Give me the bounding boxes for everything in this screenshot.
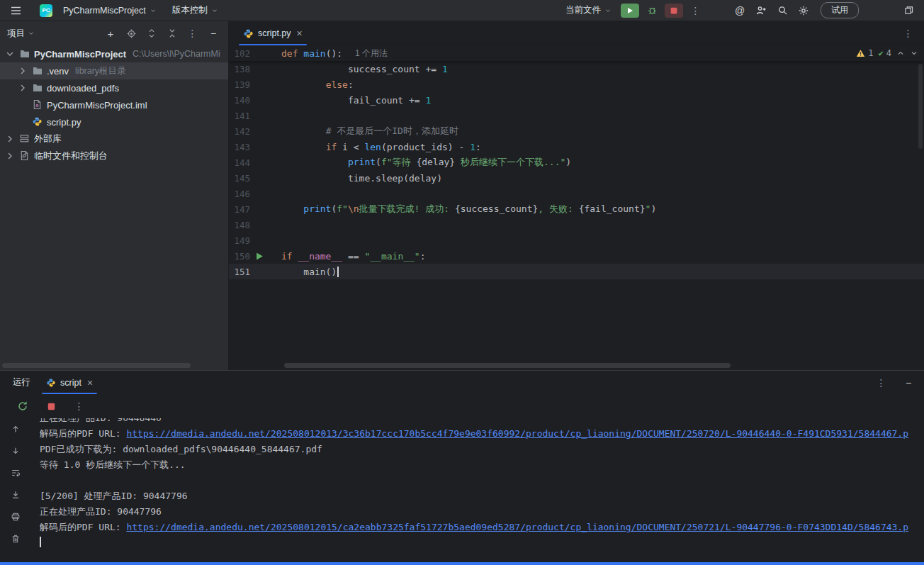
line-number[interactable]: 140 xyxy=(229,95,250,106)
more-options-icon[interactable]: ⋮ xyxy=(185,26,201,40)
run-console-output[interactable]: 正在处理产品ID: 90446440解码后的PDF URL: https://d… xyxy=(31,418,924,562)
run-more-actions-icon[interactable]: ⋮ xyxy=(687,3,704,18)
tree-item-PyCharmMiscProject[interactable]: PyCharmMiscProjectC:\Users\l\PyCharmMi xyxy=(0,45,228,62)
chevron-right-icon[interactable] xyxy=(4,133,16,145)
editor-horizontal-scrollbar[interactable] xyxy=(284,363,731,368)
project-selector[interactable]: PyCharmMiscProject xyxy=(58,4,162,18)
titlebar: PC PyCharmMiscProject 版本控制 当前文件 xyxy=(0,0,924,21)
run-tab-script[interactable]: script × xyxy=(40,371,98,394)
console-link[interactable]: https://dmedia.andedu.net/202508012015/c… xyxy=(126,522,908,532)
stop-icon xyxy=(669,6,679,16)
inspections-widget[interactable]: 1 ✔ 4 xyxy=(856,45,918,61)
next-problem-icon xyxy=(910,49,918,57)
code-line-147[interactable]: 147 print(f"\n批量下载完成! 成功: {success_count… xyxy=(229,201,924,217)
chevron-right-icon[interactable] xyxy=(4,150,16,162)
tree-item--[interactable]: 外部库 xyxy=(0,130,228,147)
run-config-selector[interactable]: 当前文件 xyxy=(560,2,616,18)
add-icon[interactable]: + xyxy=(103,26,118,40)
editor-code-area[interactable]: 138 success_count += 1139 else:140 fail_… xyxy=(229,61,924,370)
run-panel-title[interactable]: 运行 xyxy=(13,376,30,388)
clear-console-icon[interactable] xyxy=(7,531,24,547)
tree-item-.venv[interactable]: .venvlibrary根目录 xyxy=(0,62,228,79)
folder-icon xyxy=(32,65,43,77)
line-number[interactable]: 139 xyxy=(229,79,250,90)
tree-item-downloaded_pdfs[interactable]: downloaded_pdfs xyxy=(0,79,228,96)
code-line-140[interactable]: 140 fail_count += 1 xyxy=(229,92,924,108)
line-number[interactable]: 145 xyxy=(229,173,250,184)
editor-tab-script-py[interactable]: script.py × xyxy=(236,21,310,45)
warning-count: 1 xyxy=(868,48,873,58)
search-icon[interactable] xyxy=(774,3,791,18)
soft-wrap-icon[interactable] xyxy=(7,465,24,481)
chevron-down-icon[interactable] xyxy=(4,48,16,60)
code-line-148[interactable]: 148 xyxy=(229,217,924,233)
code-line-145[interactable]: 145 time.sleep(delay) xyxy=(229,170,924,186)
hide-panel-icon[interactable]: − xyxy=(900,375,917,391)
close-tab-icon[interactable]: × xyxy=(87,377,93,388)
project-horizontal-scrollbar[interactable] xyxy=(2,363,191,368)
arrow-up-icon[interactable] xyxy=(7,421,24,437)
settings-gear-icon[interactable] xyxy=(795,3,812,18)
code-line-146[interactable]: 146 xyxy=(229,186,924,201)
close-tab-icon[interactable]: × xyxy=(297,28,303,39)
project-panel-title-dropdown[interactable]: 项目 xyxy=(7,28,35,40)
more-options-icon[interactable]: ⋮ xyxy=(873,375,890,391)
more-options-icon[interactable]: ⋮ xyxy=(71,398,88,414)
line-number[interactable]: 143 xyxy=(229,142,250,152)
stop-button[interactable] xyxy=(665,4,683,18)
vcs-widget[interactable]: 版本控制 xyxy=(167,2,223,18)
run-toolbar: ⋮ xyxy=(0,394,924,418)
tab-list-more-icon[interactable]: ⋮ xyxy=(900,26,917,41)
code-line-143[interactable]: 143 if i < len(product_ids) - 1: xyxy=(229,139,924,155)
line-number[interactable]: 151 xyxy=(229,267,250,277)
run-line-icon[interactable] xyxy=(250,252,281,260)
line-number[interactable]: 150 xyxy=(229,251,250,262)
line-number[interactable]: 138 xyxy=(229,64,250,74)
code-line-144[interactable]: 144 print(f"等待 {delay} 秒后继续下一个下载...") xyxy=(229,155,924,170)
trial-badge[interactable]: 试用 xyxy=(821,2,859,18)
code-line-139[interactable]: 139 else: xyxy=(229,77,924,92)
main-menu-icon[interactable] xyxy=(7,3,24,18)
tree-item-PyCharmMiscProject.iml[interactable]: PyCharmMiscProject.iml xyxy=(0,96,228,113)
at-mention-icon[interactable]: @ xyxy=(731,3,748,18)
line-number[interactable]: 144 xyxy=(229,157,250,168)
tree-item-script.py[interactable]: script.py xyxy=(0,113,228,130)
scroll-to-end-icon[interactable] xyxy=(7,487,24,503)
locate-file-icon[interactable] xyxy=(123,26,139,40)
bottom-accent-bar xyxy=(0,562,924,565)
run-button[interactable] xyxy=(621,4,639,18)
sticky-context-line[interactable]: 102 def main(): 1 个用法 1 ✔ 4 xyxy=(229,45,924,61)
code-line-149[interactable]: 149 xyxy=(229,233,924,248)
arrow-down-icon[interactable] xyxy=(7,443,24,459)
console-line: 正在处理产品ID: 90447796 xyxy=(40,504,924,520)
line-number[interactable]: 146 xyxy=(229,189,250,199)
line-number[interactable]: 148 xyxy=(229,220,250,230)
chevron-right-icon[interactable] xyxy=(17,82,28,94)
add-user-icon[interactable] xyxy=(753,3,770,18)
window-restore-icon[interactable] xyxy=(900,3,917,18)
code-line-150[interactable]: 150if __name__ == "__main__": xyxy=(229,248,924,264)
code-line-141[interactable]: 141 xyxy=(229,108,924,123)
console-line xyxy=(40,473,924,488)
print-icon[interactable] xyxy=(7,509,24,525)
rerun-icon[interactable] xyxy=(14,398,31,414)
hide-panel-icon[interactable]: − xyxy=(205,26,221,40)
line-number[interactable]: 142 xyxy=(229,126,250,137)
line-number[interactable]: 149 xyxy=(229,235,250,246)
code-text: success_count += 1 xyxy=(281,64,448,74)
collapse-all-icon[interactable] xyxy=(164,26,180,40)
debug-button[interactable] xyxy=(643,3,660,18)
code-line-142[interactable]: 142 # 不是最后一个ID时，添加延时 xyxy=(229,123,924,139)
chevron-right-icon[interactable] xyxy=(17,65,28,77)
code-line-151[interactable]: 151 main() xyxy=(229,264,924,279)
editor-vertical-scrollbar[interactable] xyxy=(918,64,923,149)
line-number[interactable]: 147 xyxy=(229,204,250,215)
console-link[interactable]: https://dmedia.andedu.net/202508012013/3… xyxy=(126,428,908,439)
expand-all-icon[interactable] xyxy=(144,26,159,40)
console-line: 解码后的PDF URL: https://dmedia.andedu.net/2… xyxy=(40,520,924,535)
line-number[interactable]: 141 xyxy=(229,111,250,121)
code-line-138[interactable]: 138 success_count += 1 xyxy=(229,61,924,77)
tree-item--[interactable]: 临时文件和控制台 xyxy=(0,147,228,164)
stop-icon[interactable] xyxy=(43,398,60,414)
usage-hint[interactable]: 1 个用法 xyxy=(355,47,388,60)
